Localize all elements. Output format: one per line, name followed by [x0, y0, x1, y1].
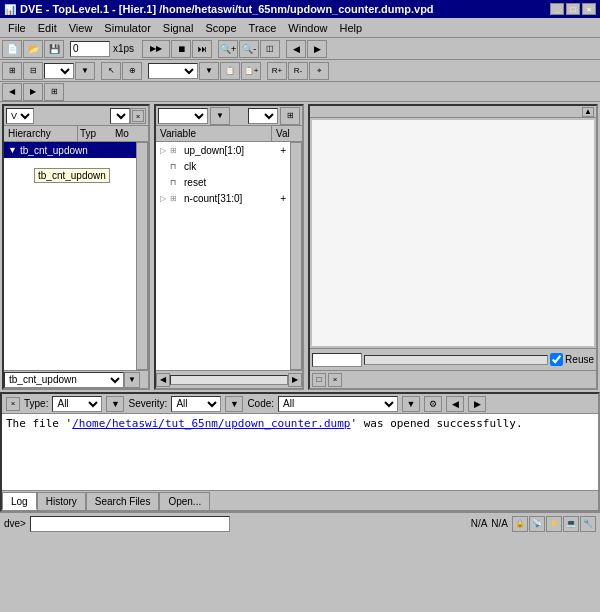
log-file-link[interactable]: /home/hetaswi/tut_65nm/updown_counter.du…: [72, 417, 350, 430]
close-button[interactable]: ×: [582, 3, 596, 15]
stop-button[interactable]: ⏹: [171, 40, 191, 58]
scope-type-combo[interactable]: [110, 108, 130, 124]
tb2-btn11[interactable]: ⌖: [309, 62, 329, 80]
menu-view[interactable]: View: [63, 20, 99, 36]
status-ind-1[interactable]: 🔒: [512, 516, 528, 532]
hierarchy-bottom-combo[interactable]: tb_cnt_updown: [4, 372, 124, 388]
var-scroll-right[interactable]: ▶: [288, 373, 302, 387]
tb3-btn1[interactable]: ◀: [2, 83, 22, 101]
menu-help[interactable]: Help: [333, 20, 368, 36]
var-icon-updown: ⊞: [170, 146, 184, 155]
tb2-btn8[interactable]: 📋+: [241, 62, 261, 80]
wave-time-start[interactable]: [312, 353, 362, 367]
wave-close-button[interactable]: ▲: [582, 107, 594, 117]
status-ind-5[interactable]: 🔧: [580, 516, 596, 532]
hierarchy-item-label: tb_cnt_updown: [20, 145, 88, 156]
reuse-checkbox-container: Reuse: [550, 353, 594, 366]
tb2-btn5[interactable]: ⊕: [122, 62, 142, 80]
tb2-combo2[interactable]: [148, 63, 198, 79]
status-ind-4[interactable]: 💻: [563, 516, 579, 532]
var-filter-combo[interactable]: [248, 108, 278, 124]
var-btn2[interactable]: ⊞: [280, 107, 300, 125]
tb2-btn2[interactable]: ⊟: [23, 62, 43, 80]
log-tab-log[interactable]: Log: [2, 492, 37, 510]
hierarchy-scrollbar-v[interactable]: [136, 142, 148, 370]
menu-scope[interactable]: Scope: [199, 20, 242, 36]
var-scope-combo[interactable]: [158, 108, 208, 124]
expand-icon-updown: ▷: [160, 146, 170, 155]
menu-file[interactable]: File: [2, 20, 32, 36]
run-button[interactable]: ▶▶: [142, 40, 170, 58]
type-combo[interactable]: All: [52, 396, 102, 412]
hierarchy-item-tb[interactable]: ▼ tb_cnt_updown: [4, 142, 136, 158]
log-close-button[interactable]: ×: [6, 397, 20, 411]
new-button[interactable]: 📄: [2, 40, 22, 58]
var-icon-clk: ⊓: [170, 162, 184, 171]
log-area: The file '/home/hetaswi/tut_65nm/updown_…: [2, 414, 598, 490]
maximize-button[interactable]: □: [566, 3, 580, 15]
var-btn1[interactable]: ▼: [210, 107, 230, 125]
save-button[interactable]: 💾: [44, 40, 64, 58]
title-bar-controls: _ □ ×: [550, 3, 596, 15]
minimize-button[interactable]: _: [550, 3, 564, 15]
wave-nav-close[interactable]: □: [312, 373, 326, 387]
tb2-btn1[interactable]: ⊞: [2, 62, 22, 80]
zoom-in-button[interactable]: 🔍+: [218, 40, 238, 58]
var-item-clk[interactable]: ⊓ clk: [156, 158, 290, 174]
wave-hscroll[interactable]: [364, 355, 548, 365]
status-ind-2[interactable]: 📡: [529, 516, 545, 532]
tb2-btn6[interactable]: ▼: [199, 62, 219, 80]
hierarchy-close-button[interactable]: ×: [132, 110, 144, 122]
menu-signal[interactable]: Signal: [157, 20, 200, 36]
reuse-label: Reuse: [565, 354, 594, 365]
tb3-btn2[interactable]: ▶: [23, 83, 43, 101]
log-tab-open[interactable]: Open...: [159, 492, 210, 510]
wave-nav-x[interactable]: ×: [328, 373, 342, 387]
reuse-checkbox[interactable]: [550, 353, 563, 366]
tb2-btn7[interactable]: 📋: [220, 62, 240, 80]
var-item-count[interactable]: ▷ ⊞ n-count[31:0] +: [156, 190, 290, 206]
log-tab-history[interactable]: History: [37, 492, 86, 510]
step-button[interactable]: ⏭: [192, 40, 212, 58]
hierarchy-headers: Hierarchy Typ Mo: [4, 126, 148, 142]
var-item-reset[interactable]: ⊓ reset: [156, 174, 290, 190]
var-scroll-left[interactable]: ◀: [156, 373, 170, 387]
menu-simulator[interactable]: Simulator: [98, 20, 156, 36]
command-input[interactable]: [30, 516, 230, 532]
menu-edit[interactable]: Edit: [32, 20, 63, 36]
value-col-header: Val: [272, 126, 302, 141]
status-ind-3[interactable]: ⚡: [546, 516, 562, 532]
tb2-btn10[interactable]: R-: [288, 62, 308, 80]
back-button[interactable]: ◀: [286, 40, 306, 58]
code-combo[interactable]: All: [278, 396, 398, 412]
zoom-fit-button[interactable]: ◫: [260, 40, 280, 58]
var-item-updown[interactable]: ▷ ⊞ up_down[1:0] +: [156, 142, 290, 158]
type-combo-arrow[interactable]: ▼: [106, 396, 124, 412]
zoom-out-button[interactable]: 🔍-: [239, 40, 259, 58]
forward-button[interactable]: ▶: [307, 40, 327, 58]
menu-window[interactable]: Window: [282, 20, 333, 36]
na-label-2: N/A: [491, 518, 508, 529]
log-prev-button[interactable]: ◀: [446, 396, 464, 412]
tb2-btn9[interactable]: R+: [267, 62, 287, 80]
log-message-suffix: ' was opened successfully.: [350, 417, 522, 430]
hierarchy-bottom-arrow[interactable]: ▼: [124, 372, 140, 388]
var-hscroll[interactable]: [170, 375, 288, 385]
severity-combo-arrow[interactable]: ▼: [225, 396, 243, 412]
log-settings-button[interactable]: ⚙: [424, 396, 442, 412]
time-input[interactable]: [70, 41, 110, 57]
log-next-button[interactable]: ▶: [468, 396, 486, 412]
menu-trace[interactable]: Trace: [243, 20, 283, 36]
scope-combo[interactable]: V1: [6, 108, 34, 124]
log-message-prefix: The file ': [6, 417, 72, 430]
open-button[interactable]: 📂: [23, 40, 43, 58]
menu-bar: File Edit View Simulator Signal Scope Tr…: [0, 18, 600, 38]
tb3-btn3[interactable]: ⊞: [44, 83, 64, 101]
tb2-btn4[interactable]: ↖: [101, 62, 121, 80]
log-tab-search[interactable]: Search Files: [86, 492, 160, 510]
code-combo-arrow[interactable]: ▼: [402, 396, 420, 412]
tb2-combo1[interactable]: [44, 63, 74, 79]
variables-scrollbar-v[interactable]: [290, 142, 302, 370]
tb2-btn3[interactable]: ▼: [75, 62, 95, 80]
severity-combo[interactable]: All: [171, 396, 221, 412]
